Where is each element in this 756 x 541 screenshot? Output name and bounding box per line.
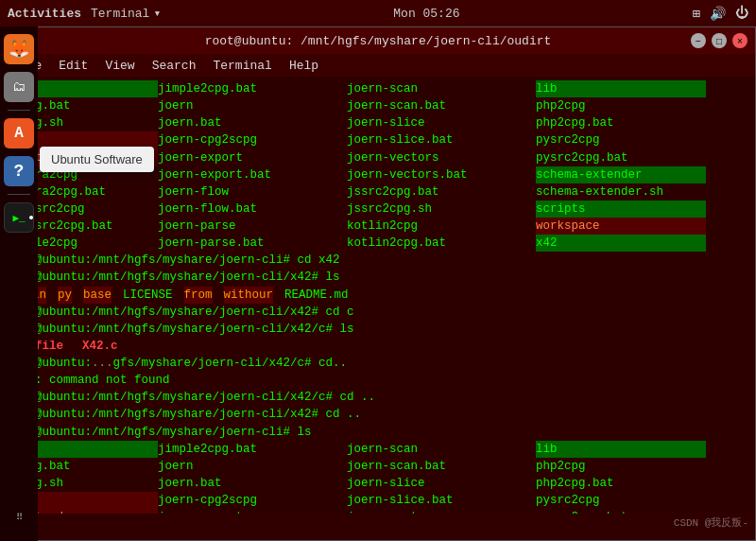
cmd-cd-dotdot-1: root@ubuntu:/mnt/hgfs/myshare/joern-cli/…	[7, 389, 749, 406]
dock-separator-2	[8, 194, 30, 195]
power-icon[interactable]: ⏻	[735, 6, 748, 21]
file-schema-extender-sh: schema-extender.sh	[536, 183, 706, 201]
cmd-cd-c: root@ubuntu:/mnt/hgfs/myshare/joern-cli/…	[7, 304, 749, 321]
b-pysrc2cpg-bat: pysrc2cpg.bat	[536, 509, 706, 514]
file-pysrc2cpg: pysrc2cpg	[536, 131, 706, 148]
b-lib: lib	[536, 441, 706, 458]
b-joern-cpg2scpg: joern-cpg2scpg	[158, 492, 347, 509]
terminal-body[interactable]: bin jimple2cpg.bat joern-scan lib c2cpg.…	[1, 77, 755, 514]
file-php2cpg: php2cpg	[536, 97, 706, 114]
cmd-ls-x42: root@ubuntu:/mnt/hgfs/myshare/joern-cli/…	[7, 269, 749, 286]
watermark: CSDN @我反叛-	[674, 515, 748, 530]
menu-view[interactable]: View	[97, 57, 142, 75]
file-kotlin2cpg: kotlin2cpg	[347, 218, 536, 235]
volume-icon[interactable]: 🔊	[710, 6, 726, 22]
file-kotlin2cpg-bat: kotlin2cpg.bat	[347, 235, 536, 252]
file-joern-vectors: joern-vectors	[347, 149, 536, 166]
file-joern-parse: joern-parse	[158, 218, 347, 235]
system-clock: Mon 05:26	[393, 7, 459, 21]
b-joern-slice: joern-slice	[347, 475, 536, 492]
file-joern-cpg2scpg: joern-cpg2scpg	[158, 131, 347, 148]
x42-base: base	[83, 287, 112, 304]
terminal-window: root@ubuntu: /mnt/hgfs/myshare/joern-cli…	[0, 26, 756, 541]
terminal-icon: ▶_	[12, 212, 25, 224]
x42-py: py	[58, 287, 72, 304]
cmd-ls-final: root@ubuntu:/mnt/hgfs/myshare/joern-cli#…	[7, 424, 749, 441]
file-joern-bat: joern.bat	[158, 114, 347, 131]
file-jimple2cpg-bat: jimple2cpg.bat	[158, 80, 347, 97]
file-jssrc2cpg-bat: jssrc2cpg.bat	[347, 183, 536, 201]
file-php2cpg-bat: php2cpg.bat	[536, 114, 706, 131]
network-icon[interactable]: ⊞	[693, 6, 700, 22]
x42-from: from	[184, 287, 213, 304]
menu-search[interactable]: Search	[145, 57, 204, 75]
cmd-cd-x42: root@ubuntu:/mnt/hgfs/myshare/joern-cli#…	[7, 252, 749, 269]
active-indicator	[29, 216, 33, 219]
title-bar: root@ubuntu: /mnt/hgfs/myshare/joern-cli…	[1, 27, 755, 54]
system-bar: Activities Terminal ▾ Mon 05:26 ⊞ 🔊 ⏻	[0, 0, 756, 26]
apps-icon: ⠿	[16, 514, 23, 523]
firefox-icon: 🦊	[9, 39, 29, 60]
system-bar-left: Activities Terminal ▾	[8, 6, 161, 21]
c-listing: Makefile X42.c	[7, 338, 749, 355]
file-joern-parse-bat: joern-parse.bat	[158, 235, 347, 252]
dock-firefox[interactable]: 🦊	[4, 34, 34, 64]
left-dock: 🦊 🗂 A ? ▶_ ⠿	[0, 26, 38, 541]
file-joern-scan: joern-scan	[347, 80, 536, 97]
file-lib: lib	[536, 80, 706, 97]
menu-help[interactable]: Help	[282, 57, 326, 75]
file-scripts: scripts	[536, 201, 706, 218]
cmd-not-found: cd..: command not found	[7, 372, 749, 389]
file-joern-flow-bat: joern-flow.bat	[158, 201, 347, 218]
file-x42: x42	[536, 235, 706, 252]
b-joern-bat: joern.bat	[158, 475, 347, 492]
help-icon: ?	[14, 162, 25, 181]
ubuntu-icon: A	[14, 125, 24, 142]
file-grid-bottom: bin jimple2cpg.bat joern-scan lib c2cpg.…	[7, 441, 749, 514]
dock-ubuntu-software[interactable]: A	[4, 118, 34, 148]
x42-withour: withour	[224, 287, 274, 304]
file-jssrc2cpg-sh: jssrc2cpg.sh	[347, 201, 536, 218]
file-pysrc2cpg-bat: pysrc2cpg.bat	[536, 149, 706, 166]
dock-files[interactable]: 🗂	[4, 72, 34, 102]
cmd-cd-dotdot-2: root@ubuntu:/mnt/hgfs/myshare/joern-cli/…	[7, 406, 749, 423]
close-button[interactable]: ×	[732, 33, 747, 48]
c-x42c: X42.c	[82, 338, 118, 355]
b-joern: joern	[158, 458, 347, 475]
menu-edit[interactable]: Edit	[51, 57, 95, 75]
x42-listing: c bin py base LICENSE from withour READM…	[7, 287, 749, 304]
terminal-dropdown-arrow: ▾	[153, 6, 161, 21]
file-joern: joern	[158, 97, 347, 114]
dock-help[interactable]: ?	[4, 156, 34, 186]
main-area: 🦊 🗂 A ? ▶_ ⠿ root@ubuntu: /mnt/hgfs/mysh…	[0, 26, 756, 541]
b-jimple2cpg-bat: jimple2cpg.bat	[158, 441, 347, 458]
x42-license: LICENSE	[123, 287, 173, 304]
b-joern-scan-bat: joern-scan.bat	[347, 458, 536, 475]
file-schema-extender: schema-extender	[536, 166, 706, 183]
menu-terminal[interactable]: Terminal	[205, 57, 279, 75]
window-controls: − □ ×	[691, 33, 747, 48]
dock-separator-1	[8, 110, 30, 111]
files-icon: 🗂	[12, 79, 26, 95]
file-joern-slice-bat: joern-slice.bat	[347, 131, 536, 148]
b-php2cpg: php2cpg	[536, 458, 706, 475]
system-bar-right: ⊞ 🔊 ⏻	[693, 6, 748, 22]
file-joern-export-bat: joern-export.bat	[158, 166, 347, 183]
minimize-button[interactable]: −	[691, 33, 706, 48]
maximize-button[interactable]: □	[712, 33, 727, 48]
b-joern-vectors: joern-vectors	[347, 509, 536, 514]
x42-readme: README.md	[284, 287, 349, 304]
file-joern-flow: joern-flow	[158, 183, 347, 201]
dock-terminal[interactable]: ▶_	[4, 202, 34, 233]
cmd-ls-c: root@ubuntu:/mnt/hgfs/myshare/joern-cli/…	[7, 321, 749, 338]
file-joern-slice: joern-slice	[347, 114, 536, 131]
b-joern-export: joern-export	[158, 509, 347, 514]
file-workspace: workspace	[536, 218, 706, 235]
window-title: root@ubuntu: /mnt/hgfs/myshare/joern-cli…	[65, 34, 691, 48]
b-joern-slice-bat: joern-slice.bat	[347, 492, 536, 509]
b-joern-scan: joern-scan	[347, 441, 536, 458]
activities-button[interactable]: Activities	[8, 7, 81, 21]
terminal-menu[interactable]: Terminal ▾	[91, 6, 161, 21]
ubuntu-software-popup: Ubuntu Software	[40, 147, 154, 172]
dock-apps[interactable]: ⠿	[4, 503, 34, 533]
